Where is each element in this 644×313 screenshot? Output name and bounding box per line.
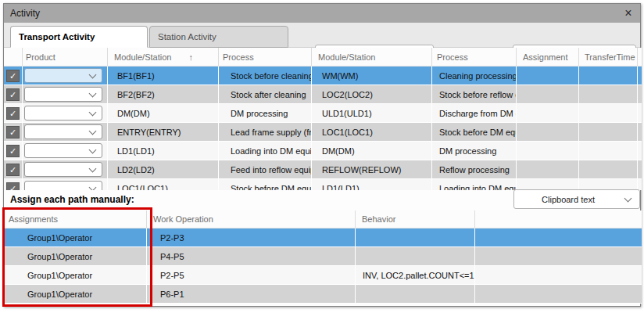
process1-cell: Stock before cleaning — [219, 67, 312, 85]
table-row[interactable]: ✓ LD1(LD1) Loading into DM equipr DM(DM)… — [4, 142, 642, 160]
product-combobox[interactable] — [24, 87, 102, 102]
sort-ascending-icon: ↑ — [188, 52, 193, 62]
clipboard-dropdown-bottom[interactable]: Clipboard text — [513, 189, 640, 209]
overflow-cell — [638, 85, 642, 103]
work-operation-cell: P4-P5 — [147, 247, 356, 265]
module1-cell: DM(DM) — [108, 104, 219, 122]
column-header-transfer-time[interactable]: TransferTime — [579, 48, 638, 66]
module2-cell: DM(DM) — [312, 142, 432, 160]
row-checkbox[interactable]: ✓ — [6, 126, 20, 139]
transfer-time-cell — [579, 160, 638, 178]
title-bar: Activity × — [4, 4, 640, 23]
table-row[interactable]: Group1\Operator P4-P5 — [4, 247, 642, 266]
row-checkbox[interactable]: ✓ — [6, 107, 20, 120]
clipboard-dropdown-value: Clipboard text — [514, 195, 622, 204]
transfer-time-cell — [579, 179, 638, 190]
tab-strip: Transport Activity Station Activity Clip… — [4, 23, 640, 48]
process2-cell: Reflow processing — [432, 160, 517, 178]
module2-cell: WM(WM) — [312, 67, 432, 85]
assignment-cell — [517, 85, 579, 103]
activity-dialog: Activity × Transport Activity Station Ac… — [3, 3, 641, 307]
assign-section-label: Assign each path manually: — [10, 190, 134, 209]
chevron-down-icon — [89, 164, 97, 172]
module1-cell: LD1(LD1) — [108, 142, 219, 160]
work-operation-cell: P6-P1 — [147, 285, 356, 303]
module1-cell: BF2(BF2) — [108, 85, 219, 103]
column-header-process2[interactable]: Process — [432, 48, 517, 66]
module1-cell: LD2(LD2) — [108, 160, 219, 178]
row-checkbox[interactable]: ✓ — [6, 70, 20, 82]
table-row[interactable]: ✓ BF2(BF2) Stock after cleaning LOC2(LOC… — [4, 85, 642, 104]
product-combobox[interactable] — [24, 68, 102, 83]
process2-cell: DM processing — [432, 142, 517, 160]
column-header-assignments[interactable]: Assignments — [4, 210, 147, 228]
transfer-time-cell — [579, 85, 638, 103]
product-combobox[interactable] — [24, 162, 102, 177]
column-header-behavior[interactable]: Behavior — [356, 210, 475, 228]
process2-cell: Cleaning processing — [432, 67, 517, 85]
table-row[interactable]: ✓ ENTRY(ENTRY) Lead frame supply (fron L… — [4, 123, 642, 142]
chevron-down-icon — [89, 89, 97, 97]
assignments-cell: Group1\Operator — [4, 285, 147, 303]
chevron-down-icon — [624, 194, 632, 202]
assign-table: Assignments Work Operation Behavior Grou… — [4, 210, 642, 304]
product-combobox[interactable] — [24, 124, 102, 139]
table-row[interactable]: ✓ BF1(BF1) Stock before cleaning WM(WM) … — [4, 67, 642, 85]
behavior-cell: INV, LOC2.pallet.COUNT<=1 — [356, 266, 475, 284]
work-operation-cell: P2-P5 — [147, 266, 356, 284]
product-combobox[interactable] — [24, 106, 102, 121]
column-header-product[interactable]: Product — [23, 48, 108, 66]
table-row[interactable]: Group1\Operator P2-P3 — [4, 228, 642, 247]
row-checkbox[interactable]: ✓ — [6, 145, 20, 157]
assignment-cell — [517, 123, 579, 141]
chevron-down-icon — [89, 146, 97, 153]
assignment-cell — [517, 179, 579, 190]
window-title: Activity — [10, 8, 40, 19]
chevron-down-icon — [89, 183, 97, 190]
row-checkbox[interactable]: ✓ — [6, 164, 20, 176]
column-header-work-operation[interactable]: Work Operation — [147, 210, 356, 228]
process2-cell: Stock before reflow equ — [432, 85, 517, 103]
table-row[interactable]: ✓ DM(DM) DM processing ULD1(ULD1) Discha… — [4, 104, 642, 123]
transfer-time-cell — [579, 142, 638, 160]
close-icon[interactable]: × — [621, 5, 636, 21]
assignment-cell — [517, 104, 579, 122]
overflow-cell — [638, 142, 642, 160]
overflow-cell — [638, 160, 642, 178]
empty-cell — [475, 266, 642, 284]
process2-cell: Discharge from DM equ — [432, 104, 517, 122]
row-checkbox[interactable]: ✓ — [6, 88, 20, 101]
table-row[interactable]: Group1\Operator P6-P1 — [4, 285, 642, 304]
column-header-module1[interactable]: Module/Station↑ — [108, 48, 219, 66]
chevron-down-icon — [89, 108, 97, 116]
empty-cell — [475, 228, 642, 246]
module2-cell: ULD1(ULD1) — [312, 104, 432, 122]
tab-station-activity[interactable]: Station Activity — [149, 26, 288, 48]
assignments-cell: Group1\Operator — [4, 247, 147, 265]
column-header-process1[interactable]: Process — [219, 48, 312, 66]
column-header-module2[interactable]: Module/Station — [312, 48, 432, 66]
assign-table-header: Assignments Work Operation Behavior — [4, 210, 642, 228]
table-row-clipped[interactable]: ✓ LOC1(LOC1) Stock before DM equip LD1(L… — [4, 179, 642, 190]
process1-cell: Stock before DM equip — [219, 179, 312, 190]
assignments-cell: Group1\Operator — [4, 266, 147, 284]
overflow-cell — [638, 67, 642, 85]
overflow-cell — [638, 179, 642, 190]
module2-cell: LOC1(LOC1) — [312, 123, 432, 141]
transfer-time-cell — [579, 123, 638, 141]
row-checkbox[interactable]: ✓ — [6, 182, 20, 191]
product-combobox[interactable] — [24, 181, 102, 190]
column-header-assignment[interactable]: Assignment — [517, 48, 579, 66]
transfer-time-cell — [579, 104, 638, 122]
module1-cell: LOC1(LOC1) — [108, 179, 219, 190]
assignments-cell: Group1\Operator — [4, 228, 147, 246]
table-row[interactable]: Group1\Operator P2-P5 INV, LOC2.pallet.C… — [4, 266, 642, 285]
tab-transport-activity[interactable]: Transport Activity — [10, 26, 148, 48]
module1-cell: ENTRY(ENTRY) — [108, 123, 219, 141]
column-header-checkbox[interactable] — [4, 48, 23, 66]
table-row[interactable]: ✓ LD2(LD2) Feed into reflow equipn REFLO… — [4, 160, 642, 179]
product-combobox[interactable] — [24, 143, 102, 158]
module2-cell: LOC2(LOC2) — [312, 85, 432, 103]
chevron-down-icon — [89, 70, 97, 78]
process1-cell: Lead frame supply (fron — [219, 123, 312, 141]
